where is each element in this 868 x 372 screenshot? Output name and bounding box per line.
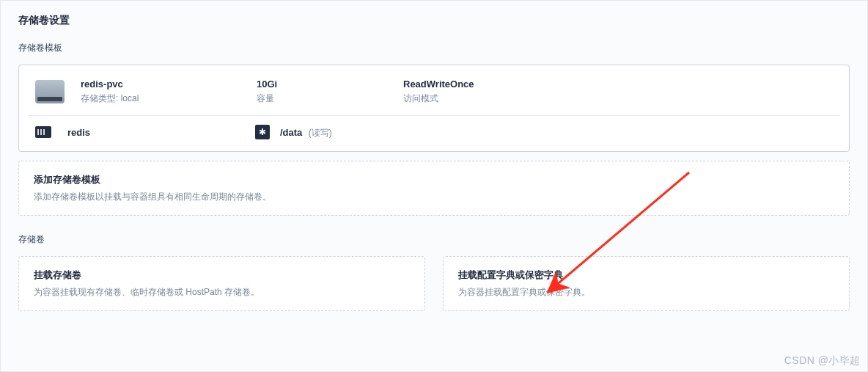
add-template-title: 添加存储卷模板 <box>34 173 834 186</box>
pvc-card[interactable]: redis-pvc 存储类型: local 10Gi 容量 ReadWriteO… <box>18 65 850 152</box>
page-title: 存储卷设置 <box>18 14 850 27</box>
section-volumes-label: 存储卷 <box>18 233 850 246</box>
mount-cfg-title: 挂载配置字典或保密字典 <box>458 269 834 282</box>
mount-path: /data <box>280 127 302 138</box>
mount-configmap-secret-button[interactable]: 挂载配置字典或保密字典 为容器挂载配置字典或保密字典。 <box>443 256 850 311</box>
mount-cfg-desc: 为容器挂载配置字典或保密字典。 <box>458 286 834 299</box>
docker-icon <box>35 126 51 138</box>
pvc-name: redis-pvc <box>81 79 257 90</box>
pvc-header: redis-pvc 存储类型: local 10Gi 容量 ReadWriteO… <box>28 74 840 115</box>
section-storage-templates-label: 存储卷模板 <box>18 42 850 54</box>
mount-row: redis ✱ /data (读写) <box>28 115 840 142</box>
mount-volume-desc: 为容器挂载现有存储卷、临时存储卷或 HostPath 存储卷。 <box>34 286 410 299</box>
mount-volume-button[interactable]: 挂载存储卷 为容器挂载现有存储卷、临时存储卷或 HostPath 存储卷。 <box>18 256 425 311</box>
add-template-desc: 添加存储卷模板以挂载与容器组具有相同生命周期的存储卷。 <box>34 191 834 203</box>
mount-volume-title: 挂载存储卷 <box>34 269 410 282</box>
pvc-access-mode: ReadWriteOnce <box>403 79 833 90</box>
storage-settings-panel: 存储卷设置 存储卷模板 redis-pvc 存储类型: local 10Gi 容… <box>0 0 868 372</box>
add-storage-template-button[interactable]: 添加存储卷模板 添加存储卷模板以挂载与容器组具有相同生命周期的存储卷。 <box>18 161 850 216</box>
watermark: CSDN @小毕超 <box>784 354 861 368</box>
pvc-access-mode-label: 访问模式 <box>403 92 833 105</box>
pvc-capacity: 10Gi <box>257 79 403 90</box>
pvc-capacity-label: 容量 <box>257 92 403 105</box>
pvc-storage-class: 存储类型: local <box>81 92 257 105</box>
mount-container-name: redis <box>67 127 255 138</box>
storage-disk-icon <box>35 80 65 103</box>
mount-mode: (读写) <box>309 128 332 138</box>
config-icon: ✱ <box>255 125 270 139</box>
